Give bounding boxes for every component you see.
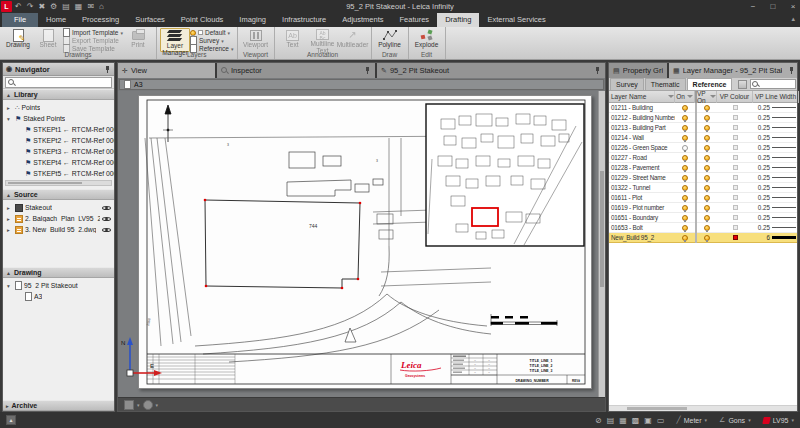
staked-point-item[interactable]: ⚑ STKEPt4 ← RTCM-Ref 0000 (07/10/ bbox=[3, 157, 114, 168]
layer-vp-line-width[interactable]: 0.25 bbox=[753, 183, 799, 193]
layer-default-control[interactable]: Default▾ bbox=[190, 29, 234, 36]
layer-on-toggle[interactable] bbox=[675, 113, 695, 123]
layer-on-toggle[interactable] bbox=[675, 193, 695, 203]
tab-inspector[interactable]: Inspector bbox=[217, 63, 375, 78]
angle-unit-selector[interactable]: ∠ Gons▾ bbox=[719, 416, 751, 424]
horizontal-scrollbar[interactable] bbox=[609, 405, 797, 411]
filter-icon[interactable] bbox=[687, 95, 693, 98]
col-vp-colour[interactable]: VP Colour bbox=[717, 91, 753, 103]
ribbon-tab[interactable]: File bbox=[2, 13, 38, 27]
table-row[interactable]: 01322 - Tunnel 0.25 bbox=[609, 183, 797, 193]
table-row[interactable]: 01619 - Plot number 0.25 bbox=[609, 203, 797, 213]
layer-vp-line-width[interactable]: 0.25 bbox=[753, 223, 799, 233]
layer-on-toggle[interactable] bbox=[675, 233, 695, 243]
pin-icon[interactable] bbox=[104, 65, 111, 74]
layer-vp-on-toggle[interactable] bbox=[695, 113, 717, 123]
tab-thematic[interactable]: Thematic bbox=[645, 78, 686, 90]
filter-icon[interactable] bbox=[710, 95, 716, 98]
layer-vp-line-width[interactable]: 0.25 bbox=[753, 153, 799, 163]
table-row[interactable]: New_Build 95_2 6 bbox=[609, 233, 797, 243]
layer-vp-line-width[interactable]: 0.25 bbox=[753, 123, 799, 133]
layer-on-toggle[interactable] bbox=[675, 213, 695, 223]
expander-icon[interactable]: ▾ bbox=[7, 116, 13, 122]
layer-vp-on-toggle[interactable] bbox=[695, 223, 717, 233]
col-layer-name[interactable]: Layer Name bbox=[609, 91, 675, 103]
console-toggle-icon[interactable]: ▴ bbox=[6, 415, 16, 425]
table-row[interactable]: 01213 - Building Part 0.25 bbox=[609, 123, 797, 133]
home-icon[interactable]: ⌂ bbox=[99, 0, 104, 13]
staked-point-item[interactable]: ⚑ STKEPt2 ← RTCM-Ref 0000 (07/10/ bbox=[3, 135, 114, 146]
layer-on-toggle[interactable] bbox=[675, 103, 695, 113]
layer-on-toggle[interactable] bbox=[675, 133, 695, 143]
section-archive[interactable]: ▸Archive bbox=[3, 400, 114, 411]
layer-vp-on-toggle[interactable] bbox=[695, 233, 717, 243]
ribbon-tab[interactable]: Adjustments bbox=[334, 13, 391, 27]
ribbon-tab[interactable]: Home bbox=[38, 13, 74, 27]
table-row[interactable]: 01651 - Boundary 0.25 bbox=[609, 213, 797, 223]
tab-reference[interactable]: Reference bbox=[687, 78, 733, 90]
expander-icon[interactable]: ▸ bbox=[7, 216, 13, 222]
pin-icon[interactable] bbox=[788, 66, 793, 75]
drawing-canvas[interactable]: 744 3 3 bbox=[118, 91, 605, 397]
expander-icon[interactable]: ▸ bbox=[7, 205, 13, 211]
import-template-button[interactable]: Import Template▾ bbox=[63, 29, 123, 36]
layer-on-toggle[interactable] bbox=[675, 143, 695, 153]
source-item[interactable]: ▸ 2. Balgach_Plan_LV95_2.dwg bbox=[3, 213, 114, 224]
layer-vp-on-toggle[interactable] bbox=[695, 103, 717, 113]
mail-icon[interactable]: ✉ bbox=[87, 0, 94, 13]
multiline-text-button[interactable]: Ab Bc Multiline Text bbox=[308, 28, 338, 52]
table-row[interactable]: 01227 - Road 0.25 bbox=[609, 153, 797, 163]
text-button[interactable]: Ab Text bbox=[278, 28, 308, 52]
layer-vp-colour[interactable] bbox=[717, 223, 753, 233]
layer-vp-colour[interactable] bbox=[717, 233, 753, 243]
layer-vp-colour[interactable] bbox=[717, 193, 753, 203]
layer-vp-colour[interactable] bbox=[717, 103, 753, 113]
layer-vp-on-toggle[interactable] bbox=[695, 133, 717, 143]
layer-vp-on-toggle[interactable] bbox=[695, 213, 717, 223]
layer-on-toggle[interactable] bbox=[675, 173, 695, 183]
layer-vp-colour[interactable] bbox=[717, 143, 753, 153]
layer-vp-line-width[interactable]: 0.25 bbox=[753, 113, 799, 123]
source-item[interactable]: ▸ Stakeout bbox=[3, 202, 114, 213]
col-on[interactable]: On bbox=[675, 91, 695, 103]
table-row[interactable]: 01212 - Building Number 0.25 bbox=[609, 113, 797, 123]
close-button[interactable]: × bbox=[788, 0, 798, 13]
layer-manager-button[interactable]: Layer Manager bbox=[160, 28, 190, 52]
delete-icon[interactable]: ✖ bbox=[38, 0, 45, 13]
layer-vp-colour[interactable] bbox=[717, 183, 753, 193]
layer-vp-on-toggle[interactable] bbox=[695, 203, 717, 213]
crs-selector[interactable]: LV95▾ bbox=[763, 417, 794, 424]
column-chooser-icon[interactable] bbox=[738, 80, 747, 89]
layer-vp-line-width[interactable]: 0.25 bbox=[753, 133, 799, 143]
section-library[interactable]: ▲Library bbox=[3, 89, 114, 100]
maximize-button[interactable]: □ bbox=[768, 0, 778, 13]
layer-vp-colour[interactable] bbox=[717, 113, 753, 123]
layer-vp-colour[interactable] bbox=[717, 153, 753, 163]
layer-vp-colour[interactable] bbox=[717, 163, 753, 173]
tree-item-a3[interactable]: A3 bbox=[3, 291, 114, 302]
layer-vp-on-toggle[interactable] bbox=[695, 183, 717, 193]
layer-vp-colour[interactable] bbox=[717, 173, 753, 183]
layer-search-input[interactable] bbox=[750, 79, 796, 89]
layer-vp-on-toggle[interactable] bbox=[695, 153, 717, 163]
ribbon-tab[interactable]: Processing bbox=[74, 13, 127, 27]
redo-icon[interactable]: ↷ bbox=[27, 0, 34, 13]
pin-icon[interactable] bbox=[364, 66, 371, 75]
ortho-icon[interactable]: ▩ bbox=[632, 416, 640, 425]
layer-vp-colour[interactable] bbox=[717, 203, 753, 213]
horizontal-scrollbar[interactable] bbox=[5, 180, 112, 186]
layer-on-toggle[interactable] bbox=[675, 203, 695, 213]
tab-survey[interactable]: Survey bbox=[610, 78, 644, 90]
bin-icon[interactable]: ▭ bbox=[657, 416, 665, 425]
ribbon-tab[interactable]: Drafting bbox=[437, 13, 479, 27]
viewport-button[interactable]: Viewport bbox=[241, 28, 271, 52]
layer-vp-on-toggle[interactable] bbox=[695, 173, 717, 183]
tree-item-drawing[interactable]: ▾ 95_2 Pit Stakeout bbox=[3, 280, 114, 291]
filter-icon[interactable] bbox=[668, 95, 674, 98]
layer-survey-control[interactable]: Survey▾ bbox=[190, 37, 234, 44]
tab-layer-manager[interactable]: ▦ Layer Manager - 95_2 Pit Stakeout - A3 bbox=[669, 63, 797, 78]
pin-icon[interactable] bbox=[594, 66, 601, 75]
vertical-scrollbar[interactable] bbox=[598, 91, 605, 397]
tree-item-points[interactable]: ▸ ∴ Points bbox=[3, 102, 114, 113]
tree-item-staked-points[interactable]: ▾ ⚑ Staked Points bbox=[3, 113, 114, 124]
